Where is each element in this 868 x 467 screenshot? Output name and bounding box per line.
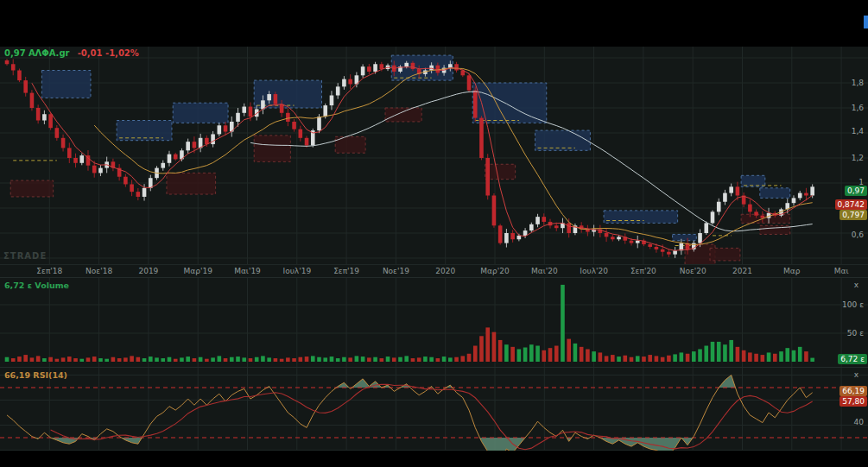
date-label: Μαρ'20 [480, 267, 509, 275]
volume-axis-label: 100 ε [842, 300, 864, 309]
volume-axis-label: 50 ε [847, 329, 864, 338]
price-axis-label: 1,2 [852, 154, 864, 162]
volume-close-button[interactable]: x [854, 281, 858, 289]
header-strip [0, 0, 868, 47]
volume-chart[interactable] [0, 278, 868, 368]
price-axis-label: 1,8 [852, 79, 864, 87]
date-label: Νοε'19 [383, 267, 409, 275]
price-axis-label: 0,6 [852, 230, 864, 239]
rsi-value-badge: 66,19 [839, 386, 867, 396]
date-label: 2020 [435, 267, 455, 275]
volume-label: 6,72 ε Volume [4, 281, 69, 290]
date-label: Μαι'19 [234, 267, 261, 275]
ticker-change: -0,01 -1,02% [78, 48, 139, 58]
last-price-badge: 0,97 [845, 186, 867, 196]
volume-badge: 6,72 ε [838, 354, 867, 364]
date-label: Μαρ [783, 267, 800, 275]
date-label: Ιουλ'20 [580, 267, 608, 275]
scrollbar-fragment[interactable] [864, 16, 868, 28]
ma-fast-badge: 0,8742 [835, 199, 868, 210]
date-label: Σεπ'19 [333, 267, 359, 275]
rsi-axis-label: 40 [854, 418, 864, 426]
price-chart-panel[interactable]: 0,97 ΑΛΦΑ.gr -0,01 -1,02% ΣTRADE 1,81,61… [0, 47, 868, 264]
ticker-price: 0,97 [4, 48, 26, 58]
date-label: Ιουλ'19 [282, 267, 311, 275]
date-label: Μαρ'19 [184, 267, 212, 275]
ma-slow-badge: 0,797 [839, 210, 867, 220]
date-label: Σεπ'20 [630, 267, 656, 275]
volume-panel[interactable]: 6,72 ε Volume x 100 ε50 ε6,72 ε [0, 277, 868, 367]
rsi-label: 66,19 RSI(14) [4, 370, 67, 380]
date-label: Μαι'20 [531, 267, 558, 275]
date-label: Σεπ'18 [36, 267, 62, 275]
price-axis-label: 1,6 [852, 104, 864, 112]
broker-watermark: ΣTRADE [3, 251, 47, 261]
rsi-signal-badge: 57,80 [839, 396, 867, 407]
price-axis-label: 1,4 [852, 127, 864, 136]
date-label: Μαι [834, 267, 849, 275]
date-label: Νοε'20 [680, 267, 706, 275]
price-chart[interactable] [0, 47, 868, 264]
trading-app: 0,97 ΑΛΦΑ.gr -0,01 -1,02% ΣTRADE 1,81,61… [0, 0, 868, 467]
rsi-chart[interactable] [0, 368, 868, 451]
date-label: 2019 [138, 267, 158, 275]
date-axis[interactable]: Σεπ'18Νοε'182019Μαρ'19Μαι'19Ιουλ'19Σεπ'1… [0, 264, 868, 277]
date-label: Νοε'18 [86, 267, 112, 275]
date-label: 2021 [732, 267, 752, 275]
ticker-readout: 0,97 ΑΛΦΑ.gr -0,01 -1,02% [4, 48, 139, 58]
ticker-symbol: ΑΛΦΑ.gr [29, 48, 70, 58]
rsi-panel[interactable]: 66,19 RSI(14) x 604066,1957,80 [0, 367, 868, 450]
rsi-close-button[interactable]: x [854, 371, 858, 379]
